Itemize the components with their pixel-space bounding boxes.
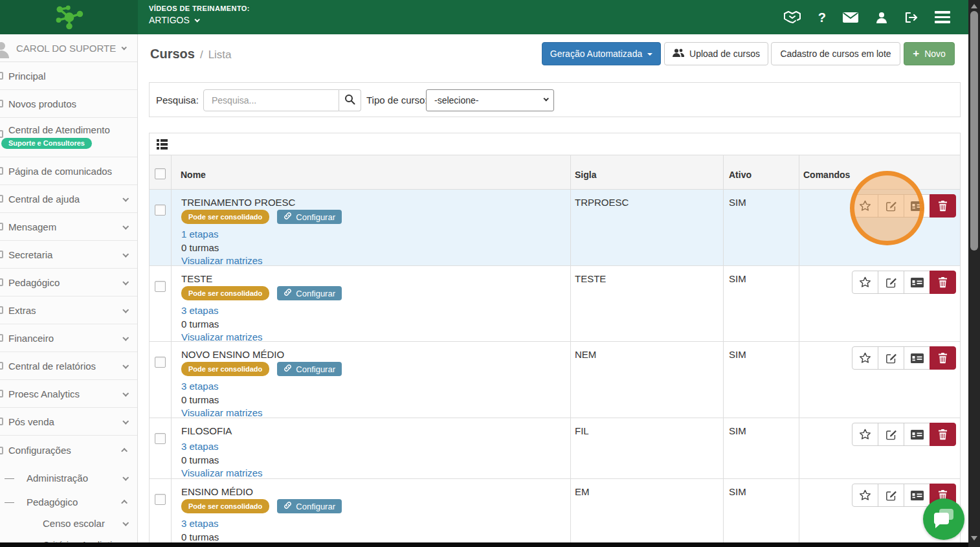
configurar-button[interactable]: Configurar (277, 286, 342, 300)
sidebar-item-pos-venda[interactable]: Pós venda (0, 408, 137, 436)
sidebar-item-proesc-analytics[interactable]: Proesc Analytics (0, 380, 137, 408)
configurar-button[interactable]: Configurar (277, 362, 342, 376)
scrollbar-down-arrow[interactable] (971, 536, 977, 541)
novo-button[interactable]: + Novo (904, 42, 955, 65)
type-select[interactable]: -selecione- (426, 89, 554, 111)
sidebar-item-label: Mensagem (8, 221, 56, 232)
favorite-button[interactable] (852, 423, 878, 446)
sidebar-item-principal[interactable]: Principal (0, 62, 137, 90)
sidebar-item-pagina-comunicados[interactable]: Página de comunicados (0, 157, 137, 185)
chat-widget-button[interactable] (923, 498, 964, 540)
topbar: VÍDEOS DE TREINAMENTO: ARTIGOS ? (0, 0, 968, 34)
sidebar-item-label: Novos produtos (8, 98, 76, 109)
search-button[interactable] (339, 89, 361, 111)
handshake-icon[interactable] (783, 10, 802, 25)
row-checkbox[interactable] (155, 205, 166, 216)
clipped-menu-icon (0, 72, 3, 80)
breadcrumb-cursos[interactable]: Cursos (150, 47, 195, 61)
app-screen: VÍDEOS DE TREINAMENTO: ARTIGOS ? (0, 0, 980, 547)
search-input[interactable] (203, 89, 339, 111)
favorite-button[interactable] (852, 484, 878, 507)
id-card-button[interactable] (904, 194, 930, 218)
sidebar-item-censo-escolar[interactable]: Censo escolar (0, 513, 137, 534)
clipped-menu-icon (0, 167, 3, 175)
course-name: TREINAMENTO PROESC (181, 196, 342, 208)
configurar-button[interactable]: Configurar (277, 499, 342, 513)
column-header-nome: Nome (181, 170, 206, 180)
tree-dash-icon (5, 478, 14, 479)
scrollbar-thumb[interactable] (970, 11, 978, 251)
sidebar-item-pedagogico-config[interactable]: Pedagógico (0, 491, 137, 513)
configurar-label: Configurar (296, 364, 335, 374)
etapas-link[interactable]: 3 etapas (181, 517, 219, 531)
sidebar-user-dropdown[interactable]: CAROL DO SUPORTE (0, 34, 137, 62)
consolidado-badge: Pode ser consolidado (181, 210, 269, 224)
delete-button[interactable] (930, 423, 956, 446)
table-row: NOVO ENSINO MÉDIO Pode ser consolidado C… (150, 342, 960, 418)
configurar-button[interactable]: Configurar (277, 210, 342, 224)
clipped-menu-icon (0, 100, 3, 107)
etapas-link[interactable]: 3 etapas (181, 380, 219, 394)
delete-button[interactable] (930, 346, 956, 370)
course-ativo: SIM (729, 273, 746, 284)
sidebar-item-central-relatorios[interactable]: Central de relatórios (0, 352, 137, 380)
turmas-text: 0 turmas (181, 531, 342, 544)
etapas-link[interactable]: 1 etapas (181, 228, 219, 241)
sidebar-item-financeiro[interactable]: Financeiro (0, 324, 137, 352)
edit-button[interactable] (878, 271, 904, 294)
list-view-icon[interactable] (157, 139, 168, 152)
favorite-button[interactable] (852, 194, 878, 218)
etapas-link[interactable]: 3 etapas (181, 440, 219, 454)
id-card-button[interactable] (904, 423, 930, 446)
turmas-text: 0 turmas (181, 241, 342, 255)
edit-button[interactable] (878, 194, 904, 218)
row-checkbox[interactable] (155, 433, 166, 444)
menu-icon[interactable] (935, 11, 950, 23)
id-card-button[interactable] (904, 346, 930, 370)
delete-button[interactable] (930, 271, 956, 294)
favorite-button[interactable] (852, 346, 878, 370)
sidebar-item-pedagogico[interactable]: Pedagógico (0, 269, 137, 296)
cadastro-lote-button[interactable]: Cadastro de cursos em lote (771, 42, 900, 65)
training-videos-dropdown[interactable]: VÍDEOS DE TREINAMENTO: ARTIGOS (149, 5, 250, 25)
brand-logo[interactable] (0, 0, 138, 34)
sidebar-item-extras[interactable]: Extras (0, 296, 137, 324)
course-ativo: SIM (729, 425, 746, 436)
sidebar-item-central-ajuda[interactable]: Central de ajuda (0, 185, 137, 213)
sidebar-item-label: Secretaria (8, 249, 52, 260)
row-checkbox[interactable] (155, 494, 166, 505)
sidebar-item-novos-produtos[interactable]: Novos produtos (0, 90, 137, 118)
edit-button[interactable] (878, 484, 904, 507)
favorite-button[interactable] (852, 271, 878, 294)
row-checkbox[interactable] (155, 357, 166, 368)
id-card-button[interactable] (904, 271, 930, 294)
geracao-automatizada-button[interactable]: Geração Automatizada (542, 42, 661, 65)
user-icon[interactable] (875, 11, 888, 24)
help-icon[interactable]: ? (818, 11, 826, 24)
column-header-ativo: Ativo (729, 170, 752, 180)
training-videos-label: VÍDEOS DE TREINAMENTO: (149, 5, 250, 12)
sidebar-item-administracao[interactable]: Administração (0, 465, 137, 491)
suporte-consultores-badge: Suporte e Consultores (1, 138, 92, 149)
sidebar-item-configuracoes[interactable]: Configurações (0, 436, 137, 465)
etapas-link[interactable]: 3 etapas (181, 304, 219, 318)
window-bottom-edge (0, 542, 980, 547)
id-card-button[interactable] (904, 484, 930, 507)
upload-cursos-button[interactable]: Upload de cursos (664, 42, 768, 65)
logout-icon[interactable] (904, 11, 919, 24)
select-all-checkbox[interactable] (155, 168, 166, 179)
sidebar-item-mensagem[interactable]: Mensagem (0, 213, 137, 241)
row-checkbox[interactable] (155, 281, 166, 292)
visualizar-matrizes-link[interactable]: Visualizar matrizes (181, 467, 263, 480)
edit-button[interactable] (878, 423, 904, 446)
cadastro-lote-label: Cadastro de cursos em lote (780, 49, 891, 59)
course-name: TESTE (181, 273, 342, 285)
sidebar-item-secretaria[interactable]: Secretaria (0, 241, 137, 269)
sidebar-item-central-atendimento[interactable]: Central de Atendimento Suporte e Consult… (0, 118, 137, 157)
mail-icon[interactable] (842, 12, 859, 23)
novo-label: Novo (924, 49, 946, 59)
edit-button[interactable] (878, 346, 904, 370)
scrollbar-up-arrow[interactable] (971, 4, 977, 8)
table-row: TESTE Pode ser consolidado Configurar 3 (150, 266, 960, 342)
delete-button[interactable] (930, 194, 956, 218)
